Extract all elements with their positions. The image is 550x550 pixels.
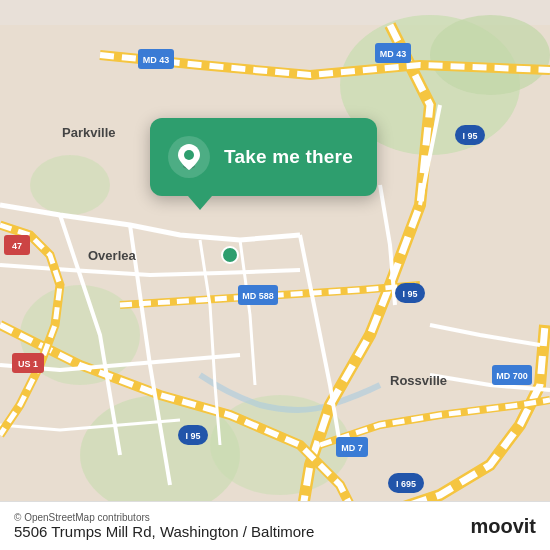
map-container: MD 43 MD 43 I 95 I 95 I 95 I 695 MD 588 … [0,0,550,550]
map-background: MD 43 MD 43 I 95 I 95 I 95 I 695 MD 588 … [0,0,550,550]
take-me-there-button[interactable]: Take me there [224,146,353,168]
moovit-text: moovit [470,515,536,538]
svg-text:MD 43: MD 43 [380,49,407,59]
svg-text:I 95: I 95 [185,431,200,441]
svg-text:I 95: I 95 [402,289,417,299]
popup-card[interactable]: Take me there [150,118,377,196]
svg-text:I 95: I 95 [462,131,477,141]
svg-text:US 1: US 1 [18,359,38,369]
svg-text:MD 43: MD 43 [143,55,170,65]
svg-point-2 [430,15,550,95]
svg-point-6 [30,155,110,215]
svg-point-32 [222,247,238,263]
moovit-logo: moovit [466,515,536,538]
svg-text:Rossville: Rossville [390,373,447,388]
osm-credit: © OpenStreetMap contributors [14,512,314,523]
svg-text:I 695: I 695 [396,479,416,489]
svg-text:MD 588: MD 588 [242,291,274,301]
svg-text:MD 700: MD 700 [496,371,528,381]
svg-text:47: 47 [12,241,22,251]
address-section: © OpenStreetMap contributors 5506 Trumps… [14,512,314,540]
svg-text:Overlea: Overlea [88,248,136,263]
address-text: 5506 Trumps Mill Rd, Washington / Baltim… [14,523,314,540]
location-pin-icon [168,136,210,178]
svg-text:Parkville: Parkville [62,125,116,140]
svg-point-35 [184,150,194,160]
bottom-bar: © OpenStreetMap contributors 5506 Trumps… [0,501,550,550]
svg-text:MD 7: MD 7 [341,443,363,453]
